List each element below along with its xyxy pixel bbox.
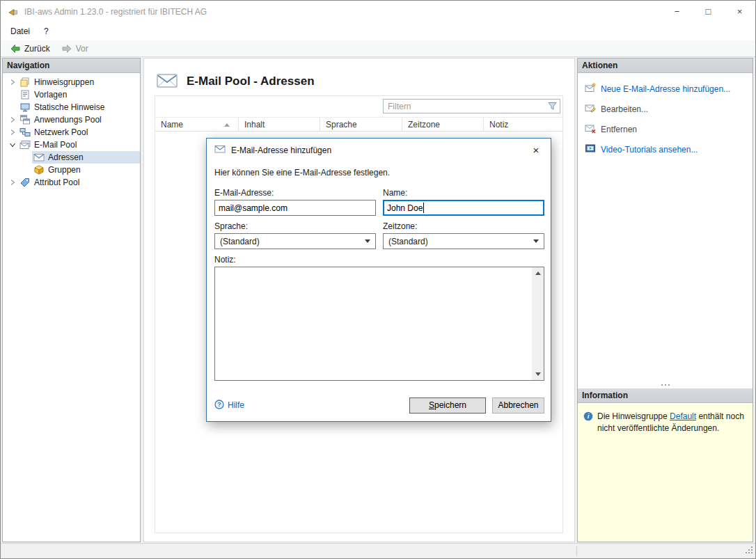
panel-splitter[interactable] <box>578 381 753 388</box>
chevron-down-icon <box>533 239 539 243</box>
menu-datei[interactable]: Datei <box>3 24 37 39</box>
chevron-right-icon[interactable] <box>7 79 18 86</box>
action-video-tutorials[interactable]: Video-Tutorials ansehen... <box>578 139 753 159</box>
scroll-down-button[interactable] <box>532 368 544 380</box>
resize-grip[interactable] <box>745 546 753 556</box>
maximize-button[interactable]: □ <box>693 1 724 22</box>
back-button[interactable]: Zurück <box>5 42 55 56</box>
info-text-before: Die Hinweisgruppe <box>597 411 670 421</box>
dialog-close-button[interactable]: × <box>521 139 551 162</box>
filter-input[interactable] <box>384 102 548 111</box>
minimize-button[interactable]: − <box>661 1 693 22</box>
svg-text:i: i <box>588 412 590 420</box>
tree-item-email-pool[interactable]: E-Mail Pool <box>3 139 140 151</box>
timezone-label: Zeitzone: <box>383 221 417 231</box>
notice-groups-icon <box>19 77 31 88</box>
actions-list: Neue E-Mail-Adresse hinzufügen... Bearbe… <box>578 73 753 381</box>
column-header-sprache[interactable]: Sprache <box>320 118 402 131</box>
tree-item-label: Vorlagen <box>34 90 67 100</box>
tree-item-label: Anwendungs Pool <box>34 115 102 125</box>
email-page-icon <box>157 72 178 91</box>
note-input[interactable] <box>215 267 532 380</box>
forward-arrow-icon <box>61 43 72 54</box>
chevron-right-icon[interactable] <box>7 179 18 186</box>
forward-button[interactable]: Vor <box>56 42 93 56</box>
tree-item-attribut-pool[interactable]: Attribut Pool <box>3 176 140 189</box>
information-text: Die Hinweisgruppe Default enthält noch n… <box>597 411 747 542</box>
close-button[interactable]: × <box>724 1 755 22</box>
application-pool-icon <box>19 114 31 125</box>
email-label: E-Mail-Adresse: <box>214 188 274 198</box>
title-bar[interactable]: IBI-aws Admin 1.23.0 - registriert für I… <box>1 1 755 22</box>
chevron-down-icon[interactable] <box>7 141 18 148</box>
tree-item-label: Gruppen <box>48 165 81 175</box>
column-label: Inhalt <box>244 120 265 129</box>
name-input[interactable] <box>383 200 544 216</box>
edit-email-icon <box>585 102 596 116</box>
email-input[interactable] <box>214 200 376 216</box>
maximize-icon: □ <box>706 6 711 17</box>
column-header-zeitzone[interactable]: Zeitzone <box>402 118 484 131</box>
information-panel-body: i Die Hinweisgruppe Default enthält noch… <box>578 403 753 542</box>
language-label: Sprache: <box>214 221 248 231</box>
help-icon: ? <box>214 400 224 411</box>
note-scrollbar[interactable] <box>532 267 544 380</box>
menu-help[interactable]: ? <box>37 24 56 39</box>
action-edit[interactable]: Bearbeiten... <box>578 99 753 119</box>
column-header-notiz[interactable]: Notiz <box>484 118 562 131</box>
dialog-footer: ? Hilfe Speichern Abbrechen <box>214 396 544 414</box>
tree-item-vorlagen[interactable]: Vorlagen <box>3 88 140 101</box>
dialog-title-bar[interactable]: E-Mail-Adresse hinzufügen × <box>207 139 551 162</box>
back-arrow-icon <box>10 43 21 54</box>
help-link[interactable]: ? Hilfe <box>214 400 244 411</box>
actions-panel-header: Aktionen <box>578 58 753 73</box>
navigation-panel-header: Navigation <box>3 58 140 73</box>
tree-item-gruppen[interactable]: Gruppen <box>3 164 140 176</box>
table-header-row: Name Inhalt Sprache Zeitzone Notiz <box>155 117 562 132</box>
filter-funnel-icon <box>548 102 557 111</box>
column-label: Sprache <box>326 120 357 129</box>
svg-text:?: ? <box>217 401 221 408</box>
dialog-email-icon <box>214 143 226 157</box>
tree-item-label: Netzwerk Pool <box>34 127 88 137</box>
action-new-email-address[interactable]: Neue E-Mail-Adresse hinzufügen... <box>578 79 753 99</box>
column-header-name[interactable]: Name <box>155 118 239 131</box>
tree-item-netzwerk-pool[interactable]: Netzwerk Pool <box>3 126 140 139</box>
chevron-right-icon[interactable] <box>7 116 18 123</box>
action-remove[interactable]: Entfernen <box>578 119 753 139</box>
tree-item-anwendungs-pool[interactable]: Anwendungs Pool <box>3 113 140 126</box>
dialog-title: E-Mail-Adresse hinzufügen <box>231 145 331 155</box>
chevron-right-icon[interactable] <box>7 129 18 136</box>
actions-header-label: Aktionen <box>582 61 617 70</box>
help-label: Hilfe <box>228 400 244 410</box>
status-bar <box>1 543 755 558</box>
navigation-header-label: Navigation <box>7 61 49 70</box>
cancel-button[interactable]: Abbrechen <box>492 397 544 414</box>
add-email-dialog: E-Mail-Adresse hinzufügen × Hier können … <box>206 138 551 422</box>
tree-item-adressen[interactable]: Adressen <box>3 151 140 164</box>
default-group-link[interactable]: Default <box>670 411 696 421</box>
scroll-up-button[interactable] <box>532 267 544 279</box>
action-label: Neue E-Mail-Adresse hinzufügen... <box>601 84 730 94</box>
tree-item-statische-hinweise[interactable]: Statische Hinweise <box>3 101 140 113</box>
column-header-inhalt[interactable]: Inhalt <box>239 118 320 131</box>
toolbar: Zurück Vor <box>1 40 755 57</box>
information-header-label: Information <box>582 391 628 400</box>
timezone-select[interactable]: (Standard) <box>383 233 544 249</box>
tree-item-hinweisgruppen[interactable]: Hinweisgruppen <box>3 76 140 88</box>
text-caret <box>423 203 424 213</box>
filter-row <box>155 96 562 117</box>
app-logo-icon <box>8 6 19 17</box>
action-label: Video-Tutorials ansehen... <box>601 145 698 155</box>
name-label: Name: <box>383 188 407 198</box>
note-field <box>214 267 544 381</box>
tree-item-label: E-Mail Pool <box>34 140 77 150</box>
language-select[interactable]: (Standard) <box>214 233 376 249</box>
tree-item-label: Statische Hinweise <box>34 102 104 112</box>
filter-box <box>383 99 560 113</box>
statusbar-divider <box>576 546 577 556</box>
video-tutorials-icon <box>585 143 596 156</box>
minimize-icon: − <box>675 6 680 17</box>
timezone-selected-value: (Standard) <box>388 237 428 246</box>
save-button[interactable]: Speichern <box>409 397 486 414</box>
